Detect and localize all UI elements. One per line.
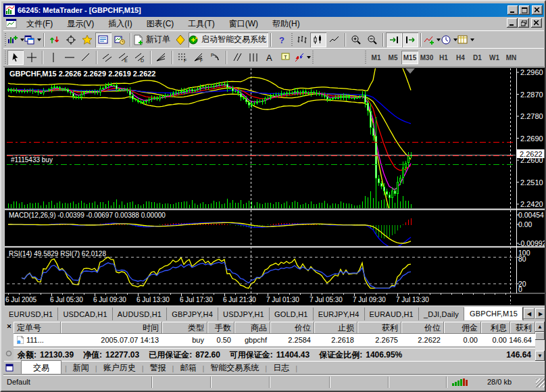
terminal-button[interactable] [95, 32, 111, 47]
crosshair-button[interactable] [24, 50, 40, 65]
chart-tab-eurusd[interactable]: EURUSD,H1 [4, 308, 58, 320]
menu-tools[interactable]: 工具(T) [181, 17, 221, 31]
menu-insert[interactable]: 插入(I) [101, 17, 139, 31]
toolbar-drag-handle[interactable] [365, 51, 366, 64]
column-header-11[interactable]: 获利 [510, 322, 535, 334]
terminal-tab-5[interactable]: 智能交易系统 [204, 361, 265, 375]
text-label-button[interactable]: T [278, 50, 294, 65]
column-header-10[interactable]: 利息 [481, 322, 510, 334]
zoom-out-button[interactable] [364, 32, 380, 47]
menu-file[interactable]: 文件(F) [20, 17, 59, 31]
new-chart-button[interactable] [7, 32, 24, 47]
metaeditor-button[interactable] [172, 32, 189, 47]
channel-e-button[interactable]: E [116, 50, 132, 65]
scroll-up-button[interactable]: ▲ [535, 322, 545, 332]
toolbar-drag-handle[interactable] [5, 51, 6, 64]
menu-view[interactable]: 显示(V) [60, 17, 101, 31]
toolbar-drag-handle[interactable] [291, 33, 293, 47]
child-restore-button[interactable] [518, 18, 529, 28]
market-watch-button[interactable] [47, 32, 63, 47]
chart-shift-button[interactable] [402, 32, 418, 47]
terminal-tab-4[interactable]: 邮箱 [174, 361, 202, 375]
timeframe-m30-button[interactable]: M30 [418, 51, 435, 64]
templates-button[interactable] [457, 32, 474, 47]
column-header-3[interactable]: 手数 [207, 322, 234, 334]
zoom-in-button[interactable] [348, 32, 364, 47]
column-header-4[interactable]: 商品 [234, 322, 270, 334]
menu-help[interactable]: 帮助(H) [266, 17, 307, 31]
terminal-tab-1[interactable]: 新闻 [67, 361, 95, 375]
toolbar-drag-handle[interactable] [5, 33, 6, 47]
trendline-button[interactable] [78, 50, 94, 65]
chart-bars-button[interactable] [294, 32, 310, 47]
order-row[interactable]: 111...2005.07.07 14:13buy0.50gbpchf2.258… [14, 334, 535, 347]
chart-tab-eurjpy[interactable]: EURJPY,H4 [314, 308, 365, 320]
column-header-5[interactable]: 价位 [270, 322, 314, 334]
navigator-button[interactable] [79, 32, 95, 47]
chart-tab-gbpchf[interactable]: GBPCHF,M15 [464, 307, 523, 320]
column-header-7[interactable]: 获利 [357, 322, 401, 334]
vline-button[interactable] [45, 50, 61, 65]
column-header-9[interactable]: 佣金 [444, 322, 481, 334]
timeframe-m15-button[interactable]: M15 [401, 51, 418, 64]
resize-grip[interactable] [536, 378, 545, 387]
column-header-1[interactable]: 时间 [61, 322, 162, 334]
chart-line-button[interactable] [326, 32, 343, 47]
maximize-button[interactable] [519, 5, 530, 15]
column-header-6[interactable]: 止损 [314, 322, 357, 334]
timeframe-d1-button[interactable]: D1 [469, 51, 486, 64]
chart-tab-usdjpy[interactable]: USDJPY,H1 [218, 308, 270, 320]
toolbar-drag-handle[interactable] [312, 51, 314, 64]
help-button[interactable]: ? [274, 32, 290, 47]
new-order-button[interactable]: 新订单 [133, 32, 172, 47]
indicators-button[interactable] [424, 32, 441, 47]
scroll-down-button[interactable]: ▼ [535, 351, 545, 361]
channel-d-button[interactable]: D [132, 50, 148, 65]
chart-candles-button[interactable] [310, 32, 326, 47]
column-header-8[interactable]: 价位 [401, 322, 444, 334]
data-window-button[interactable] [63, 32, 79, 47]
menu-charts[interactable]: 图表(C) [140, 17, 181, 31]
terminal-tab-6[interactable]: 日志 [267, 361, 295, 375]
strategy-tester-button[interactable] [111, 32, 128, 47]
tabs-scroll-right-button[interactable]: ▶ [535, 308, 546, 319]
gann-button[interactable] [153, 50, 170, 65]
menu-window[interactable]: 窗口(W) [222, 17, 265, 31]
child-close-button[interactable] [531, 18, 542, 28]
text-button[interactable]: A [262, 50, 278, 65]
timeframe-h4-button[interactable]: H4 [452, 51, 469, 64]
chart-area[interactable]: 2.29602.28702.27802.26902.26002.25102.24… [4, 67, 545, 305]
column-header-2[interactable]: 类型 [162, 322, 207, 334]
minimize-button[interactable] [507, 5, 518, 15]
chart-tab-gbpjpy[interactable]: GBPJPY,H4 [167, 308, 218, 320]
periods-button[interactable] [441, 32, 457, 47]
cursor-button[interactable] [7, 50, 24, 65]
timeframe-w1-button[interactable]: W1 [486, 51, 503, 64]
tabs-scroll-left-button[interactable]: ◀ [524, 308, 535, 319]
timeframe-m5-button[interactable]: M5 [384, 51, 401, 64]
timeframe-m1-button[interactable]: M1 [368, 51, 384, 64]
cycle-lines-button[interactable] [245, 50, 262, 65]
channel-button[interactable] [99, 50, 116, 65]
fibo-fan-button[interactable]: F [191, 50, 207, 65]
scroll-thumb[interactable] [535, 332, 545, 340]
arrows-button[interactable] [294, 50, 311, 65]
child-minimize-button[interactable] [507, 18, 518, 28]
chart-tab-_dji[interactable]: _DJI,Daily [419, 308, 464, 320]
chart-tab-usdcad[interactable]: USDCAD,H1 [58, 308, 112, 320]
hline-button[interactable] [61, 50, 78, 65]
timeframe-mn-button[interactable]: MN [503, 51, 520, 64]
column-header-0[interactable]: 定单号 [14, 322, 61, 334]
chart-tab-euraud[interactable]: EURAUD,H1 [365, 308, 419, 320]
terminal-close-icon[interactable]: ✕ [5, 322, 13, 330]
fibo-arc-button[interactable]: F [207, 50, 224, 65]
profiles-button[interactable] [24, 32, 41, 47]
terminal-scrollbar[interactable]: ▲ ▼ [535, 322, 545, 361]
terminal-tab-3[interactable]: 警报 [144, 361, 172, 375]
chart-tab-gold[interactable]: GOLD,H1 [270, 308, 314, 320]
terminal-tab-2[interactable]: 账户历史 [97, 361, 142, 375]
expert-advisor-button[interactable]: 启动智能交易系统 [189, 32, 268, 47]
auto-scroll-button[interactable] [386, 32, 402, 47]
chart-tab-audusd[interactable]: AUDUSD,H1 [113, 308, 167, 320]
fibo-button[interactable]: F [175, 50, 191, 65]
